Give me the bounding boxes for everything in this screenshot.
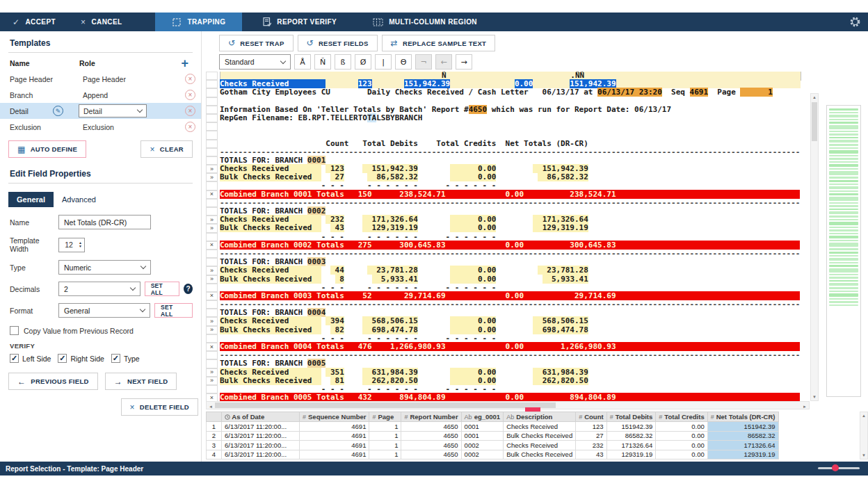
row-marker[interactable] [206,334,218,343]
grid-row[interactable]: 46/13/2017 11:20:00...4691146500002Bulk … [207,450,779,459]
row-marker[interactable]: × [206,343,218,351]
reset-fields-button[interactable]: ↺ RESET FIELDS [298,35,378,51]
grid-cell[interactable]: 6/13/2017 11:20:00... [222,441,300,450]
grid-cell[interactable]: 0.00 [656,450,707,459]
report-line-text[interactable]: Gotham City Employees CU Daily Checks Re… [220,88,773,97]
row-marker[interactable]: × [206,241,218,250]
auto-define-button[interactable]: ▦ AUTO DEFINE [8,140,86,158]
trap-char-button[interactable]: Å [294,54,311,70]
grid-vertical-scrollbar[interactable]: ▲ ▼ [860,412,868,459]
row-marker[interactable]: » [206,215,218,224]
template-row-exclusion[interactable]: ExclusionExclusion× [0,119,201,135]
checkbox-checked[interactable]: ✓ [58,354,67,363]
row-marker[interactable]: » [206,224,218,232]
grid-cell[interactable]: Bulk Checks Received [504,450,576,459]
grid-column-header[interactable]: #Total Credits [656,412,707,422]
checkbox-checked[interactable]: ✓ [10,354,19,363]
tab-multi-column-region[interactable]: MULTI-COLUMN REGION [360,13,490,31]
edit-pencil-icon[interactable]: ✎ [53,106,63,116]
row-marker[interactable]: » [206,326,218,334]
report-line[interactable]: »Bulk Checks Received 8 5,933.41 0.00 5,… [206,275,819,284]
grid-cell[interactable]: 4691 [300,450,369,459]
grid-column-header[interactable]: #Report Number [401,412,461,422]
clear-button[interactable]: × CLEAR [140,140,193,158]
previous-field-button[interactable]: ← PREVIOUS FIELD [8,373,98,390]
row-marker[interactable]: » [206,377,218,385]
trap-char-button[interactable]: Θ [395,54,412,70]
grid-cell[interactable]: 0.00 [656,431,707,441]
grid-cell[interactable]: 129319.19 [606,450,656,459]
trap-char-button[interactable]: → [456,54,472,70]
report-line[interactable]: - - - - - - - - - - - - - - - [206,233,819,241]
row-marker[interactable]: » [206,317,218,325]
row-marker[interactable] [206,72,218,80]
tab-trapping[interactable]: TRAPPING [155,13,242,31]
grid-column-header[interactable]: As of Date [222,412,300,422]
report-line[interactable]: »Checks Received 394 568,506.15 0.00 568… [206,317,819,325]
grid-cell[interactable]: 4691 [300,441,369,450]
report-line-text[interactable]: TOTALS FOR: BRANCH 0005 [220,359,326,368]
row-marker[interactable] [206,385,218,393]
report-line-text[interactable]: Bulk Checks Received 8 5,933.41 0.00 5,9… [220,275,588,284]
grid-cell[interactable]: Checks Received [504,441,576,450]
scroll-left-icon[interactable]: ◄ [207,403,214,409]
grid-cell[interactable]: 27 [576,431,606,441]
report-line-text[interactable]: Bulk Checks Received 82 698,474.78 0.00 … [220,326,588,334]
grid-cell[interactable]: 6/13/2017 11:20:00... [222,450,300,459]
grid-cell[interactable]: 232 [576,441,606,450]
report-line-text[interactable] [220,131,225,139]
template-role-select[interactable]: Detail [79,104,147,117]
grid-cell[interactable]: Bulk Checks Received [504,431,576,441]
template-row-page-header[interactable]: Page HeaderPage Header× [0,71,201,87]
remove-template-icon[interactable]: × [185,90,195,100]
scroll-down-icon[interactable]: ▼ [860,452,867,459]
row-marker[interactable] [206,199,218,207]
row-marker[interactable] [206,233,218,241]
cancel-button[interactable]: × CANCEL [68,13,135,31]
row-marker[interactable]: » [206,165,218,173]
row-marker[interactable] [206,300,218,309]
scroll-up-icon[interactable]: ▲ [811,94,818,101]
help-icon[interactable]: ? [184,284,193,294]
scroll-thumb[interactable] [215,402,556,408]
grid-row[interactable]: 26/13/2017 11:20:00...4691146500001Bulk … [207,431,779,441]
row-marker[interactable] [206,106,218,114]
grid-cell[interactable]: 123 [576,422,606,432]
row-marker[interactable] [206,131,218,139]
grid-cell[interactable]: 86582.32 [707,431,778,441]
grid-cell[interactable]: 0002 [461,441,504,450]
template-row-detail[interactable]: Detail✎Detail× [0,103,201,119]
grid-column-header[interactable]: #Page [369,412,401,422]
checkbox-checked[interactable]: ✓ [111,354,120,363]
row-marker[interactable]: » [206,275,218,284]
grid-cell[interactable]: 86582.32 [606,431,656,441]
grid-column-header[interactable]: AbDescription [504,412,576,422]
grid-cell[interactable]: 0.00 [656,441,707,450]
grid-cell[interactable]: 1 [369,441,401,450]
report-line[interactable]: »Checks Received 44 23,781.28 0.00 23,78… [206,266,819,275]
row-marker[interactable] [206,284,218,292]
report-line[interactable]: TOTALS FOR: BRANCH 0005 [206,359,819,368]
scroll-right-icon[interactable]: ► [801,403,808,409]
remove-template-icon[interactable]: × [185,122,195,132]
grid-cell[interactable]: 4650 [401,450,461,459]
row-marker[interactable] [206,148,218,156]
grid-cell[interactable]: 0.00 [656,422,707,432]
row-marker[interactable] [206,258,218,266]
grid-column-header[interactable]: Abeg_0001 [461,412,504,422]
grid-row[interactable]: 16/13/2017 11:20:00...4691146500001Check… [207,422,779,432]
report-line[interactable] [206,97,819,106]
report-line-text[interactable]: Checks Received 44 23,781.28 0.00 23,781… [220,266,588,275]
delete-field-button[interactable]: × DELETE FIELD [121,398,198,416]
grid-column-header[interactable]: #Net Totals (DR-CR) [707,412,778,422]
decimals-set-all-button[interactable]: SET ALL [145,282,179,296]
trap-char-button[interactable]: ß [335,54,351,70]
template-row-branch[interactable]: BranchAppend× [0,87,201,103]
row-marker[interactable]: » [206,266,218,275]
format-set-all-button[interactable]: SET ALL [154,303,193,318]
format-select[interactable]: General [58,303,150,318]
row-marker[interactable] [206,181,218,190]
next-field-button[interactable]: → NEXT FIELD [105,373,177,390]
grid-cell[interactable]: 43 [576,450,606,459]
row-marker[interactable]: × [206,190,218,199]
